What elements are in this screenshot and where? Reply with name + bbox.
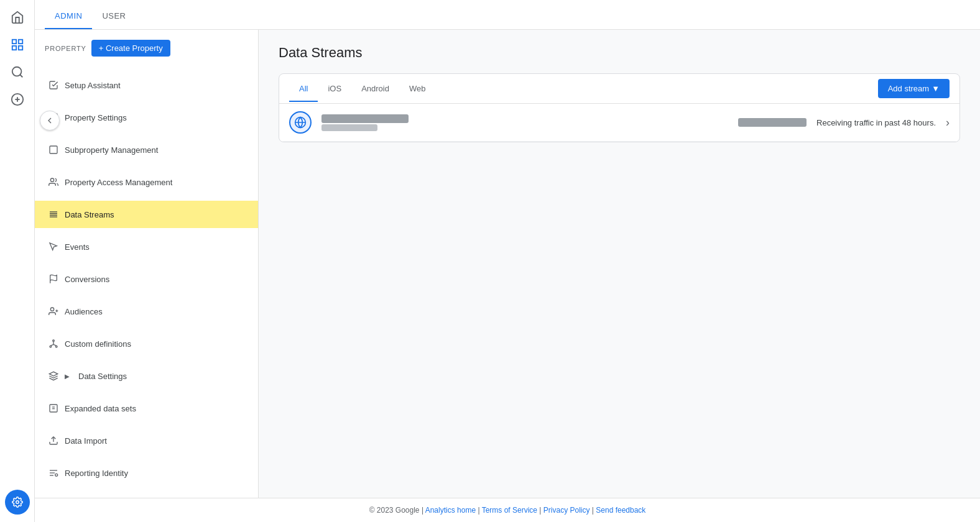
footer-analytics-home[interactable]: Analytics home (425, 506, 476, 515)
tab-web[interactable]: Web (399, 76, 436, 102)
body-layout: Property + Create Property Setup Assista… (35, 30, 980, 498)
left-nav-header: Property + Create Property (35, 30, 258, 62)
flag-icon (47, 273, 60, 285)
create-property-button[interactable]: + Create Property (91, 40, 170, 57)
reports-icon[interactable] (5, 32, 30, 57)
admin-settings-icon[interactable] (5, 490, 30, 515)
custom-icon (47, 337, 60, 350)
sidebar-item-subproperty-management[interactable]: Subproperty Management (35, 136, 258, 163)
property-label: Property (45, 45, 86, 52)
sidebar-label-expanded-data-sets: Expanded data sets (65, 404, 136, 413)
footer-terms[interactable]: Terms of Service (482, 506, 537, 515)
icon-sidebar (0, 0, 35, 522)
home-icon[interactable] (5, 5, 30, 30)
svg-point-9 (16, 501, 19, 504)
stream-status: Receiving traffic in past 48 hours. (816, 118, 936, 127)
svg-rect-3 (12, 46, 16, 50)
sidebar-label-subproperty: Subproperty Management (65, 145, 158, 155)
tab-user[interactable]: USER (92, 4, 136, 29)
layers-icon (47, 370, 60, 382)
svg-rect-11 (50, 146, 57, 153)
svg-line-26 (53, 344, 57, 346)
sidebar-item-data-settings[interactable]: ▶ Data Settings (35, 362, 258, 390)
sidebar-label-setup-assistant: Setup Assistant (65, 81, 121, 90)
sidebar-item-data-streams[interactable]: Data Streams (35, 201, 258, 228)
svg-point-18 (50, 308, 53, 311)
subproperty-icon (47, 144, 60, 156)
add-stream-button[interactable]: Add stream ▼ (878, 79, 950, 98)
stream-chevron-icon: › (946, 116, 950, 129)
sidebar-label-property-settings: Property Settings (65, 113, 127, 122)
cursor-icon (47, 240, 60, 253)
footer-feedback[interactable]: Send feedback (596, 506, 645, 515)
svg-marker-27 (49, 372, 57, 376)
sidebar-label-property-access: Property Access Management (65, 178, 172, 187)
footer-privacy[interactable]: Privacy Policy (543, 506, 590, 515)
svg-point-21 (53, 340, 55, 342)
stream-row[interactable]: Receiving traffic in past 48 hours. › (279, 104, 959, 142)
footer-copyright: © 2023 Google (369, 506, 420, 515)
globe-stream-icon (289, 111, 312, 134)
stream-url-placeholder (321, 124, 377, 131)
expanded-icon (47, 402, 60, 414)
left-nav: Property + Create Property Setup Assista… (35, 30, 259, 498)
svg-point-4 (12, 67, 21, 76)
explore-icon[interactable] (5, 60, 30, 85)
svg-rect-1 (18, 40, 22, 44)
upload-icon (47, 434, 60, 447)
reporting-icon (47, 467, 60, 479)
check-square-icon (47, 79, 60, 91)
sidebar-item-property-access-management[interactable]: Property Access Management (35, 168, 258, 196)
sidebar-label-custom-definitions: Custom definitions (65, 339, 131, 349)
tab-ios[interactable]: iOS (318, 76, 351, 102)
data-streams-card: All iOS Android Web Add stream ▼ (279, 73, 960, 142)
svg-rect-2 (18, 46, 22, 50)
sidebar-label-events: Events (65, 242, 90, 252)
top-tabs: ADMIN USER (35, 0, 980, 30)
sidebar-item-setup-assistant[interactable]: Setup Assistant (35, 71, 258, 99)
tab-android[interactable]: Android (351, 76, 399, 102)
sidebar-label-data-import: Data Import (65, 436, 107, 446)
page-title: Data Streams (279, 45, 960, 61)
data-settings-arrow: ▶ (65, 373, 70, 380)
sidebar-item-data-import[interactable]: Data Import (35, 427, 258, 454)
svg-rect-0 (12, 40, 16, 44)
sidebar-item-property-settings[interactable]: Property Settings (35, 104, 258, 131)
advertising-icon[interactable] (5, 87, 30, 112)
sidebar-item-attribution-settings[interactable]: Attribution Settings (35, 492, 258, 498)
sidebar-item-audiences[interactable]: Audiences (35, 298, 258, 325)
stream-name-placeholder (321, 114, 409, 123)
streams-icon (47, 208, 60, 221)
svg-point-22 (50, 346, 52, 347)
svg-point-12 (50, 178, 53, 181)
main-container: ADMIN USER Property + Create Property Se… (35, 0, 980, 522)
sidebar-item-expanded-data-sets[interactable]: Expanded data sets (35, 395, 258, 422)
sidebar-label-data-streams: Data Streams (65, 210, 114, 219)
sidebar-label-audiences: Audiences (65, 307, 103, 316)
stream-info (321, 114, 728, 131)
people-icon (47, 176, 60, 188)
sidebar-item-conversions[interactable]: Conversions (35, 265, 258, 293)
svg-point-23 (55, 346, 57, 347)
sidebar-label-reporting-identity: Reporting Identity (65, 469, 128, 478)
tab-admin[interactable]: ADMIN (45, 4, 92, 29)
sidebar-label-conversions: Conversions (65, 275, 109, 284)
sidebar-item-custom-definitions[interactable]: Custom definitions (35, 330, 258, 357)
stream-id-placeholder (738, 118, 807, 127)
sidebar-label-data-settings: Data Settings (78, 372, 127, 381)
svg-line-5 (20, 75, 22, 77)
audience-icon (47, 305, 60, 318)
svg-point-35 (55, 474, 58, 476)
svg-line-25 (50, 344, 53, 346)
sidebar-item-events[interactable]: Events (35, 233, 258, 260)
back-button[interactable] (40, 111, 60, 130)
footer: © 2023 Google | Analytics home | Terms o… (35, 498, 980, 522)
stream-tabs: All iOS Android Web Add stream ▼ (279, 74, 959, 104)
content-area: Data Streams All iOS Android Web Add str… (259, 30, 980, 498)
sidebar-item-reporting-identity[interactable]: Reporting Identity (35, 459, 258, 487)
dropdown-arrow-icon: ▼ (931, 84, 940, 93)
tab-all[interactable]: All (289, 76, 318, 102)
